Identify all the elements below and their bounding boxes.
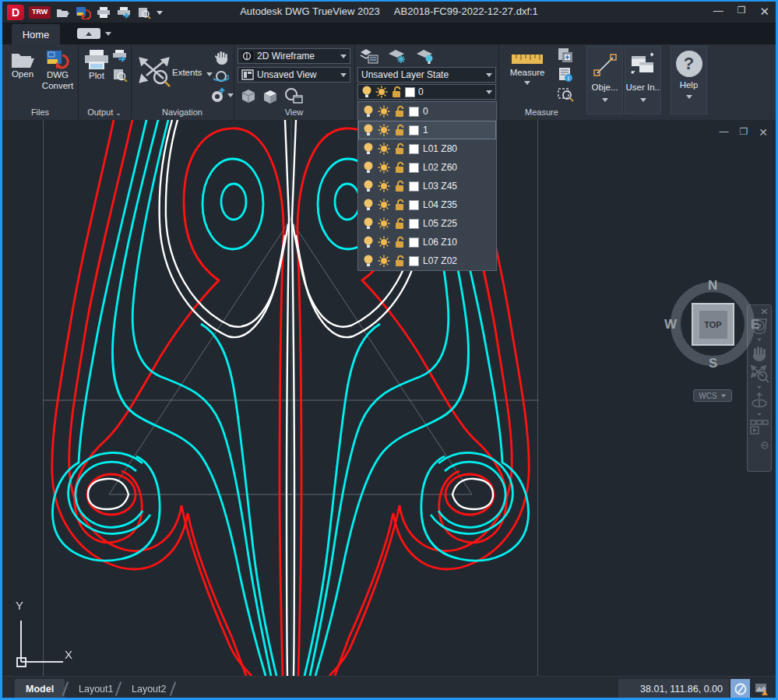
layer-color-swatch[interactable] (409, 237, 419, 248)
layer-row-selected[interactable]: 1 (358, 121, 496, 139)
minimize-button[interactable]: — (713, 5, 723, 19)
coordinates-display[interactable]: 38.01, 111.86, 0.00 (618, 679, 729, 698)
layer-row[interactable]: L02 Z60 (358, 158, 496, 177)
bulb-on-icon[interactable] (363, 124, 374, 136)
dwg-convert-button[interactable]: DWG Convert (40, 49, 76, 92)
orbit-icon[interactable] (212, 68, 231, 85)
wcs-button[interactable]: WCS (693, 389, 732, 402)
properties-palette-icon[interactable] (556, 47, 575, 64)
unlock-icon[interactable] (394, 180, 405, 192)
unlock-icon[interactable] (394, 142, 405, 155)
navbar-close-icon[interactable] (761, 308, 769, 315)
navbar-pan-icon[interactable] (749, 343, 769, 362)
doc-close-icon[interactable]: ✕ (759, 126, 768, 139)
tab-layout2[interactable]: Layout2 (121, 679, 177, 698)
sun-icon[interactable] (378, 124, 390, 136)
sun-icon[interactable] (378, 180, 390, 192)
panel-launcher-icon[interactable]: ⌄ (115, 109, 121, 117)
layer-row[interactable]: L05 Z25 (358, 214, 496, 233)
sun-icon[interactable] (378, 142, 390, 155)
bulb-on-icon[interactable] (363, 199, 374, 211)
unlock-icon[interactable] (394, 236, 405, 248)
zoom-extents-icon[interactable] (137, 55, 171, 88)
layer-row[interactable]: L03 Z45 (358, 177, 496, 195)
unlock-icon[interactable] (394, 199, 405, 211)
sun-icon[interactable] (378, 255, 390, 267)
pan-icon[interactable] (213, 48, 231, 65)
help-panel-button[interactable]: ? Help (671, 46, 707, 114)
layer-row[interactable]: L01 Z80 (358, 139, 496, 158)
layer-state-combo[interactable]: Unsaved Layer State (357, 67, 496, 83)
layer-color-swatch[interactable] (409, 144, 419, 154)
bulb-on-icon[interactable] (363, 142, 374, 155)
layer-row[interactable]: L04 Z35 (358, 195, 496, 214)
wheel-caret-icon[interactable] (227, 93, 234, 97)
zoom-menu-caret-icon[interactable] (757, 386, 762, 389)
maximize-button[interactable]: ❐ (738, 5, 746, 19)
navbar-orbit-icon[interactable] (749, 391, 769, 411)
layer-row[interactable]: L06 Z10 (358, 233, 496, 252)
layer-properties-icon[interactable] (359, 47, 379, 65)
navbar-zoom-icon[interactable] (749, 364, 769, 384)
user-interface-panel-button[interactable]: User In... (625, 46, 661, 114)
unlock-icon[interactable] (394, 217, 405, 230)
unlock-icon[interactable] (394, 255, 405, 267)
sun-icon[interactable] (378, 105, 390, 118)
preview-small-icon[interactable] (112, 68, 128, 82)
layer-color-swatch[interactable] (409, 219, 419, 229)
compass-west[interactable]: W (664, 317, 677, 332)
named-views-icon[interactable] (283, 86, 304, 105)
zoom-window-icon[interactable] (556, 86, 575, 103)
steering-wheel-icon[interactable] (210, 87, 227, 103)
layer-color-swatch[interactable] (409, 125, 419, 135)
view-combo[interactable]: Unsaved View (238, 67, 350, 83)
graphics-performance-button[interactable]: ! (752, 679, 773, 698)
navigation-wheel-icon[interactable] (749, 316, 769, 336)
open-button[interactable]: Open (7, 49, 38, 79)
ribbon-collapse-caret-icon[interactable] (105, 32, 111, 36)
doc-minimize-icon[interactable]: — (720, 126, 729, 139)
unlock-icon[interactable] (394, 124, 405, 136)
orbit-menu-caret-icon[interactable] (757, 413, 762, 417)
layer-color-swatch[interactable] (409, 107, 419, 117)
bulb-on-icon[interactable] (363, 236, 374, 248)
quick-properties-icon[interactable]: i (556, 66, 575, 83)
layer-color-swatch[interactable] (409, 256, 419, 266)
object-panel-button[interactable]: Obje... (586, 46, 623, 114)
batch-plot-small-icon[interactable] (112, 49, 128, 62)
layer-row[interactable]: 0 (358, 102, 496, 121)
viewcube-top-face[interactable]: TOP (692, 303, 734, 346)
bulb-on-icon[interactable] (363, 255, 374, 267)
layer-thaw-icon[interactable] (415, 47, 437, 65)
unlock-icon[interactable] (394, 105, 405, 118)
bulb-on-icon[interactable] (363, 161, 374, 174)
tab-model[interactable]: Model (15, 679, 65, 698)
visual-style-combo[interactable]: 2D Wireframe (238, 48, 350, 64)
measure-button[interactable]: Measure (505, 51, 550, 85)
showmotion-icon[interactable] (748, 418, 770, 438)
unlock-icon[interactable] (394, 161, 405, 174)
layer-color-swatch[interactable] (409, 163, 419, 173)
bulb-on-icon[interactable] (363, 217, 374, 230)
bulb-on-icon[interactable] (363, 180, 374, 192)
extents-label[interactable]: Extents (172, 68, 202, 77)
doc-restore-icon[interactable]: ❐ (740, 126, 748, 139)
layer-combo[interactable]: 0 (357, 84, 496, 100)
isometric-view-icon[interactable] (262, 88, 279, 105)
sun-icon[interactable] (378, 199, 390, 211)
compass-south[interactable]: S (709, 356, 717, 371)
plot-button[interactable]: Plot (82, 49, 111, 80)
wheel-menu-caret-icon[interactable] (757, 339, 762, 342)
layer-color-swatch[interactable] (409, 181, 419, 192)
layer-row[interactable]: L07 Z02 (358, 252, 496, 270)
sun-icon[interactable] (378, 217, 390, 230)
sun-icon[interactable] (378, 236, 390, 248)
box-view-icon[interactable] (239, 86, 258, 105)
bulb-on-icon[interactable] (363, 105, 374, 118)
navbar-settings-icon[interactable] (761, 441, 769, 449)
ribbon-collapse-button[interactable] (77, 28, 100, 39)
layer-color-swatch[interactable] (409, 200, 419, 210)
sun-icon[interactable] (378, 161, 390, 174)
tab-home[interactable]: Home (12, 24, 60, 44)
layer-freeze-icon[interactable] (387, 47, 409, 65)
